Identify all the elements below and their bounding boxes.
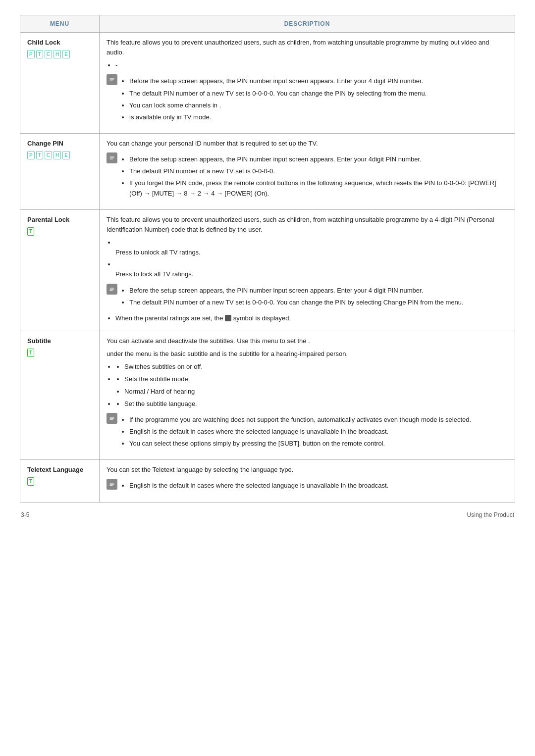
note-bullet-list: Before the setup screen appears, the PIN… [120,154,508,199]
note-bullet: You can lock some channels in . [129,101,508,110]
section-sub-list: Switches subtitles on or off. [124,362,508,372]
footer-bar: 3-5 Using the Product [20,511,515,518]
badge-row: PTCHE [27,50,92,58]
menu-name: Parental Lock [27,215,92,225]
badge-row: T [27,227,92,236]
note-bullet: Before the setup screen appears, the PIN… [129,154,508,164]
list-item: Press to unlock all TV ratings. [115,238,508,257]
list-item: - [115,60,508,70]
col-desc-header: DESCRIPTION [100,15,515,33]
badge: T [36,151,43,159]
section-header-item: Switches subtitles on or off. [115,362,508,372]
desc-intro: You can set the Teletext language by sel… [107,465,508,475]
extra-item: When the parental ratings are set, the s… [115,313,508,323]
note-bullet: Before the setup screen appears, the PIN… [129,286,508,296]
table-row: Teletext LanguageTYou can set the Telete… [20,460,515,502]
section-bullet-list: Sets the subtitle mode.Normal / Hard of … [115,374,508,396]
table-row: Change PINPTCHEYou can change your perso… [20,133,515,209]
note-bullet: You can select these options simply by p… [129,439,508,449]
top-bullet-list: Press to unlock all TV ratings.Press to … [115,238,508,280]
menu-cell: Teletext LanguageT [20,460,100,502]
table-row: Child LockPTCHEThis feature allows you t… [20,33,515,134]
badge: C [45,151,52,159]
svg-rect-11 [110,290,113,290]
note-inner: Before the setup screen appears, the PIN… [120,283,508,310]
note-bullet-list: If the programme you are watching does n… [120,415,508,449]
note-block: If the programme you are watching does n… [107,412,508,451]
note-icon [107,74,117,85]
note-bullet-list: English is the default in cases where th… [120,481,508,491]
desc-intro: You can activate and deactivate the subt… [107,336,508,346]
svg-rect-18 [110,484,114,485]
menu-name: Child Lock [27,38,92,48]
badge: H [54,50,61,58]
badge: T [36,50,43,58]
svg-rect-7 [110,159,113,159]
sub-item: Normal / Hard of hearing [124,387,508,397]
page-number: 3-5 [21,511,29,518]
note-bullet-list: Before the setup screen appears, the PIN… [120,76,508,122]
note-bullet: If the programme you are watching does n… [129,415,508,425]
svg-rect-3 [110,81,113,81]
section-header-item: Sets the subtitle mode.Normal / Hard of … [115,374,508,396]
desc-content: You can set the Teletext language by sel… [107,465,508,493]
desc-intro2: under the menu is the basic subtitle and… [107,349,508,359]
svg-rect-1 [110,79,114,79]
note-bullet: If you forget the PIN code, press the re… [129,178,508,198]
desc-cell: This feature allows you to prevent unaut… [100,33,515,134]
badge: H [54,151,61,159]
top-bullet-list: - [115,60,508,70]
menu-cell: Parental LockT [20,209,100,331]
badge-row: T [27,477,92,486]
note-bullet: Before the setup screen appears, the PIN… [129,76,508,86]
desc-intro: This feature allows you to prevent unaut… [107,215,508,235]
note-bullet: The default PIN number of a new TV set i… [129,298,508,307]
note-inner: If the programme you are watching does n… [120,412,508,451]
svg-rect-6 [110,158,114,158]
note-inner: English is the default in cases where th… [120,478,508,493]
note-bullet: The default PIN number of a new TV set i… [129,166,508,176]
svg-rect-9 [110,288,114,288]
table-row: Parental LockTThis feature allows you to… [20,209,515,331]
badge-t: T [27,227,34,236]
section-bullet-list: Set the subtitle language. [115,399,508,409]
main-table: MENU DESCRIPTION Child LockPTCHEThis fea… [20,15,515,503]
badge-t: T [27,349,34,357]
section-bullet-list: Switches subtitles on or off. [115,362,508,372]
note-icon [107,152,117,163]
svg-rect-15 [110,419,113,420]
desc-content: You can change your personal ID number t… [107,139,508,201]
note-bullet: English is the default in cases where th… [129,481,508,491]
note-block: Before the setup screen appears, the PIN… [107,283,508,310]
badge-t: T [27,477,34,486]
menu-cell: Change PINPTCHE [20,133,100,209]
section-header-item: Set the subtitle language. [115,399,508,409]
note-icon [107,479,117,490]
menu-name: Change PIN [27,139,92,149]
badge: E [62,151,70,159]
section-sub-list: Set the subtitle language. [124,399,508,409]
section-title: Using the Product [467,511,514,518]
svg-rect-17 [110,483,114,484]
svg-rect-5 [110,157,114,157]
badge: E [62,50,70,58]
sub-item: Set the subtitle language. [124,399,508,409]
desc-content: This feature allows you to prevent unaut… [107,215,508,323]
svg-rect-14 [110,418,114,418]
badge: P [27,50,35,58]
menu-name: Subtitle [27,336,92,346]
extra-bullet-list: When the parental ratings are set, the s… [115,313,508,323]
list-item: Press to lock all TV ratings. [115,259,508,279]
badge-row: PTCHE [27,151,92,159]
badge: C [45,50,52,58]
desc-cell: You can set the Teletext language by sel… [100,460,515,502]
page-wrapper: MENU DESCRIPTION Child LockPTCHEThis fea… [20,15,515,518]
note-icon [107,284,117,295]
menu-name: Teletext Language [27,465,92,475]
desc-cell: This feature allows you to prevent unaut… [100,209,515,331]
table-row: SubtitleTYou can activate and deactivate… [20,331,515,459]
note-bullet-list: Before the setup screen appears, the PIN… [120,286,508,307]
desc-cell: You can change your personal ID number t… [100,133,515,209]
desc-intro: This feature allows you to prevent unaut… [107,38,508,57]
sub-item: Sets the subtitle mode. [124,374,508,384]
